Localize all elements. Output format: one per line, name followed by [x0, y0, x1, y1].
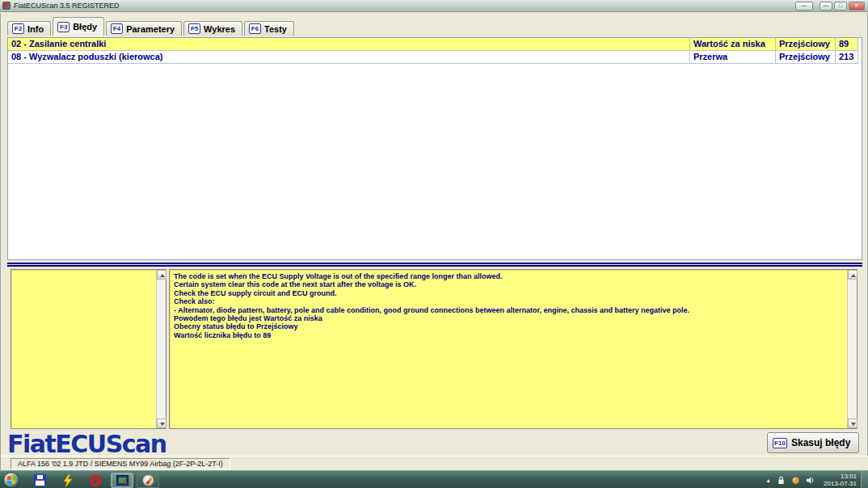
- app-window: F2 Info F3 Błędy F4 Parametery F5 Wykres…: [0, 13, 868, 470]
- clear-errors-label: Skasuj błędy: [791, 437, 850, 448]
- arrow-down-icon: [160, 423, 165, 426]
- description-line: - Alternator, diode pattern, battery, po…: [174, 306, 844, 314]
- taskbar: ▲ 13:01 2013-07-31: [0, 470, 868, 488]
- f5-key-badge: F5: [188, 23, 200, 34]
- clock-time: 13:01: [824, 473, 857, 480]
- error-count-cell: 89: [836, 38, 858, 51]
- error-description-text: The code is set when the ECU Supply Volt…: [174, 272, 844, 339]
- arrow-down-icon: [851, 423, 856, 426]
- taskbar-item-opera[interactable]: [84, 473, 107, 488]
- start-button[interactable]: [3, 472, 19, 488]
- screen: FiatECUScan 3.5 REGISTERED — — □ ✕ F2 In…: [0, 0, 868, 488]
- taskbar-item-lightning-app[interactable]: [57, 473, 79, 488]
- clock-date: 2013-07-31: [824, 480, 857, 487]
- tab-bledy-label: Błędy: [73, 22, 97, 32]
- taskbar-item-browser[interactable]: [137, 473, 159, 488]
- freeze-frame-panel: [11, 269, 166, 429]
- freeze-frame-scrollbar[interactable]: [156, 270, 166, 428]
- description-scrollbar[interactable]: [847, 270, 857, 428]
- tab-info-label: Info: [27, 24, 44, 34]
- error-row[interactable]: 08 - Wyzwalacz poduszki (kierowca) Przer…: [8, 51, 858, 64]
- compass-icon: [142, 474, 154, 486]
- scroll-up-button[interactable]: [848, 270, 857, 280]
- error-reason-cell: Przerwa: [690, 51, 776, 64]
- error-count-cell: 213: [836, 51, 858, 64]
- lightning-icon: [61, 474, 74, 487]
- volume-icon[interactable]: [806, 476, 815, 485]
- description-line: Check also:: [174, 297, 844, 305]
- window-title: FiatECUScan 3.5 REGISTERED: [14, 2, 120, 10]
- clear-errors-button[interactable]: F10 Skasuj błędy: [767, 432, 859, 453]
- system-tray: ▲ 13:01 2013-07-31: [765, 471, 857, 488]
- tab-parametery[interactable]: F4 Parametery: [106, 21, 182, 36]
- fiatecuscan-logo: FiatECUScan: [7, 430, 166, 458]
- f3-key-badge: F3: [57, 22, 70, 32]
- error-code-cell: 08 - Wyzwalacz poduszki (kierowca): [8, 51, 690, 64]
- minimize-button[interactable]: —: [820, 2, 832, 11]
- tab-testy[interactable]: F6 Testy: [244, 21, 294, 36]
- description-line: Powodem tego błędu jest Wartość za niska: [174, 314, 844, 322]
- f2-key-badge: F2: [12, 23, 24, 34]
- description-line: Check the ECU supply circuit and ECU gro…: [174, 289, 844, 297]
- arrow-up-icon: [160, 274, 165, 277]
- tab-parametery-label: Parametery: [126, 24, 175, 34]
- scroll-up-button[interactable]: [157, 270, 166, 280]
- description-line: Certain system clear this code at the ne…: [174, 280, 844, 288]
- section-divider: [7, 263, 862, 267]
- update-status-icon[interactable]: [791, 476, 800, 485]
- show-desktop-button[interactable]: [861, 471, 868, 488]
- floppy-disk-icon: [34, 474, 46, 486]
- taskbar-item-file-manager[interactable]: [28, 473, 51, 488]
- lock-icon[interactable]: [777, 476, 786, 485]
- description-line: Obecny status błędu to Przejściowy: [174, 322, 844, 330]
- tab-strip: F2 Info F3 Błędy F4 Parametery F5 Wykres…: [7, 17, 296, 36]
- scroll-down-button[interactable]: [157, 419, 166, 428]
- tab-testy-label: Testy: [264, 24, 287, 34]
- error-description-panel: The code is set when the ECU Supply Volt…: [169, 269, 857, 429]
- hidden-icons-arrow[interactable]: ▲: [765, 477, 771, 483]
- maximize-button[interactable]: □: [834, 2, 847, 11]
- taskbar-item-fiatecuscan[interactable]: [111, 473, 133, 488]
- error-row-selected[interactable]: 02 - Zasilanie centralki Wartość za nisk…: [8, 38, 858, 51]
- description-line: Wartość licznika błędu to 89: [174, 331, 844, 339]
- tab-wykres-label: Wykres: [204, 24, 235, 34]
- tab-bledy[interactable]: F3 Błędy: [53, 17, 104, 36]
- description-line: The code is set when the ECU Supply Volt…: [174, 272, 844, 280]
- error-list-panel: 02 - Zasilanie centralki Wartość za nisk…: [7, 37, 862, 260]
- app-icon: [2, 2, 11, 10]
- opera-icon: [90, 475, 101, 486]
- windows-logo-icon: [7, 476, 15, 485]
- tray-clock[interactable]: 13:01 2013-07-31: [824, 473, 857, 487]
- tab-info[interactable]: F2 Info: [7, 21, 51, 36]
- extra-minimize-button[interactable]: —: [795, 2, 813, 11]
- error-code-cell: 02 - Zasilanie centralki: [8, 38, 690, 51]
- error-status-cell: Przejściowy: [776, 51, 836, 64]
- error-reason-cell: Wartość za niska: [690, 38, 776, 51]
- close-button[interactable]: ✕: [849, 2, 865, 11]
- status-bar: ALFA 156 '02 1.9 JTD / SIEMENS MY99 Airb…: [1, 456, 868, 470]
- f6-key-badge: F6: [249, 23, 261, 34]
- tab-wykres[interactable]: F5 Wykres: [183, 21, 242, 36]
- f4-key-badge: F4: [111, 23, 123, 34]
- fiatecuscan-app-icon: [116, 475, 129, 486]
- scroll-down-button[interactable]: [848, 419, 857, 428]
- error-status-cell: Przejściowy: [776, 38, 836, 51]
- arrow-up-icon: [851, 274, 856, 277]
- f10-key-badge: F10: [773, 438, 787, 448]
- title-bar: FiatECUScan 3.5 REGISTERED — — □ ✕: [0, 0, 868, 12]
- vehicle-info: ALFA 156 '02 1.9 JTD / SIEMENS MY99 Airb…: [11, 458, 230, 469]
